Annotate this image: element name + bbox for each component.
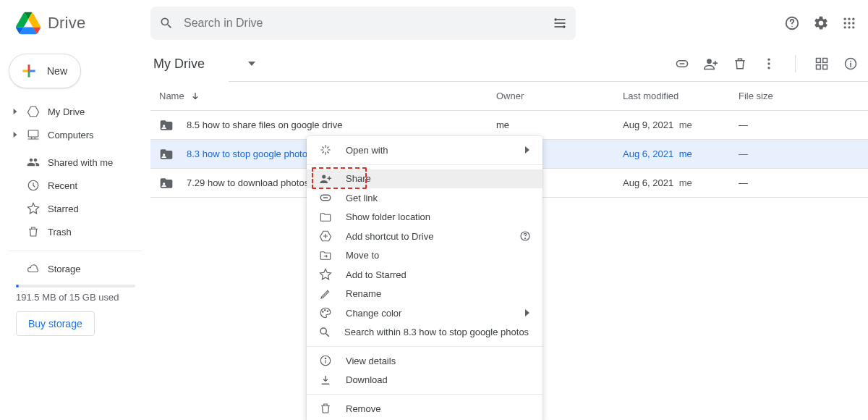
sidebar-item-label: Shared with me (48, 157, 113, 168)
help-icon[interactable] (519, 230, 531, 242)
shared-folder-icon (159, 147, 174, 161)
download-icon (318, 374, 333, 387)
trash-icon (26, 225, 41, 238)
svg-point-7 (844, 22, 846, 24)
ctx-share[interactable]: Share (307, 169, 542, 189)
sidebar-item-shared[interactable]: Shared with me (6, 151, 145, 174)
get-link-icon[interactable] (675, 56, 689, 71)
chevron-right-icon (524, 309, 531, 316)
svg-point-12 (852, 26, 854, 28)
settings-icon[interactable] (813, 15, 829, 31)
sidebar-item-storage[interactable]: Storage (6, 257, 145, 280)
svg-point-6 (852, 18, 854, 20)
breadcrumb-current[interactable]: My Drive (150, 52, 264, 76)
info-icon (318, 354, 333, 367)
trash-icon (318, 402, 333, 415)
new-button[interactable]: New (9, 54, 81, 88)
sidebar-item-starred[interactable]: Starred (6, 197, 145, 220)
svg-point-0 (555, 18, 557, 20)
palette-icon (318, 306, 333, 319)
context-menu: Open with Share Get link Show folder loc… (307, 136, 542, 420)
ctx-download[interactable]: Download (307, 371, 542, 390)
apps-icon[interactable] (842, 16, 856, 30)
ctx-remove[interactable]: Remove (307, 399, 542, 419)
col-owner[interactable]: Owner (496, 91, 623, 101)
svg-rect-19 (817, 59, 821, 63)
svg-rect-21 (817, 65, 821, 70)
col-size[interactable]: File size (739, 91, 868, 101)
ctx-change-color[interactable]: Change color (307, 303, 542, 323)
search-icon (318, 326, 331, 339)
buy-storage-button[interactable]: Buy storage (16, 311, 95, 336)
share-icon[interactable] (704, 56, 718, 71)
recent-icon (26, 179, 41, 192)
svg-point-5 (848, 18, 850, 20)
svg-point-24 (850, 61, 851, 62)
sidebar-item-label: My Drive (48, 106, 85, 117)
search-input[interactable] (184, 17, 553, 30)
svg-point-31 (323, 311, 324, 313)
col-modified[interactable]: Last modified (623, 91, 739, 101)
info-icon[interactable] (843, 56, 858, 71)
search-icon (159, 16, 174, 30)
svg-point-11 (848, 26, 850, 28)
row-modified: Aug 6, 2021 me (623, 177, 739, 188)
row-size: — (739, 177, 868, 188)
caret-down-icon (248, 60, 255, 67)
svg-point-30 (524, 238, 525, 239)
storage-bar (16, 285, 135, 287)
ctx-show-location[interactable]: Show folder location (307, 208, 542, 227)
sidebar-item-trash[interactable]: Trash (6, 220, 145, 243)
ctx-add-shortcut[interactable]: Add shortcut to Drive (307, 227, 542, 246)
computers-icon (26, 128, 41, 141)
move-icon (318, 249, 333, 262)
help-icon[interactable] (784, 15, 800, 31)
sidebar-item-computers[interactable]: Computers (6, 123, 145, 146)
svg-point-16 (767, 59, 770, 61)
app-name: Drive (48, 14, 85, 33)
search-options-icon[interactable] (553, 16, 567, 30)
trash-icon[interactable] (733, 56, 747, 71)
search-bar[interactable] (150, 7, 576, 40)
svg-point-32 (325, 310, 326, 311)
svg-point-28 (322, 175, 326, 178)
folder-icon (318, 211, 333, 224)
arrow-down-icon (190, 91, 200, 101)
more-icon[interactable] (762, 56, 776, 71)
svg-point-27 (163, 182, 165, 185)
pencil-icon (318, 287, 333, 301)
ctx-add-star[interactable]: Add to Starred (307, 265, 542, 285)
sidebar-item-label: Starred (48, 203, 79, 214)
svg-point-15 (707, 59, 712, 64)
star-icon (318, 268, 333, 281)
svg-point-1 (563, 25, 565, 28)
svg-point-8 (848, 22, 850, 24)
table-header: Name Owner Last modified File size (150, 82, 868, 111)
sidebar-item-mydrive[interactable]: My Drive (6, 100, 145, 123)
svg-point-25 (163, 125, 165, 127)
expand-icon[interactable] (12, 132, 19, 138)
row-modified: Aug 6, 2021 me (623, 148, 739, 159)
ctx-rename[interactable]: Rename (307, 285, 542, 304)
ctx-move-to[interactable]: Move to (307, 246, 542, 266)
shared-folder-icon (159, 118, 174, 133)
sidebar-item-recent[interactable]: Recent (6, 174, 145, 197)
shared-folder-icon (159, 176, 174, 190)
sidebar-item-label: Trash (48, 227, 72, 238)
svg-point-4 (844, 18, 846, 20)
ctx-open-with[interactable]: Open with (307, 140, 542, 160)
ctx-view-details[interactable]: View details (307, 351, 542, 371)
sidebar-item-label: Recent (48, 180, 77, 191)
svg-point-9 (852, 22, 854, 24)
grid-view-icon[interactable] (814, 56, 829, 71)
person-add-icon (318, 172, 333, 185)
expand-icon[interactable] (12, 109, 19, 114)
ctx-search-within[interactable]: Search within 8.3 how to stop google pho… (307, 323, 542, 343)
shared-icon (26, 156, 41, 169)
row-modified: Aug 9, 2021 me (623, 119, 739, 130)
table-row[interactable]: 8.5 how to share files on google driveme… (150, 111, 868, 140)
breadcrumb-label: My Drive (153, 56, 205, 72)
svg-point-3 (791, 26, 792, 27)
col-name[interactable]: Name (150, 91, 496, 101)
ctx-get-link[interactable]: Get link (307, 188, 542, 208)
